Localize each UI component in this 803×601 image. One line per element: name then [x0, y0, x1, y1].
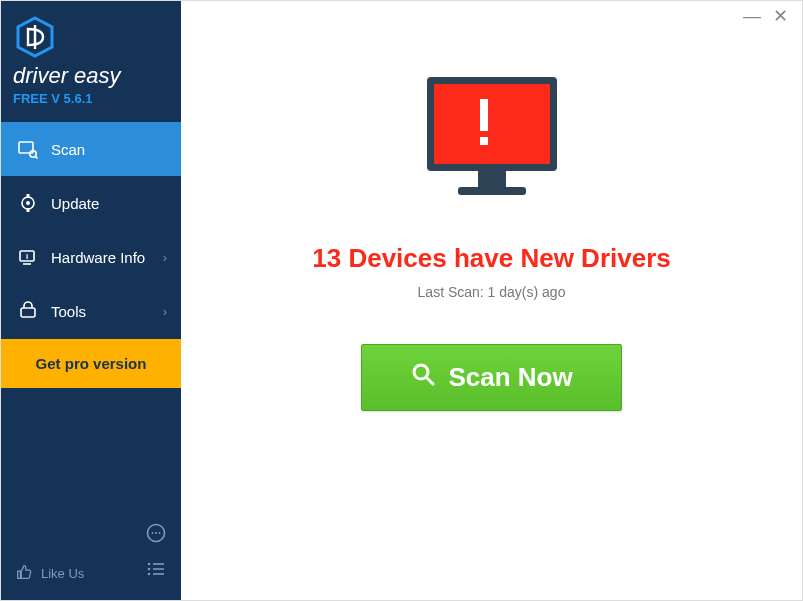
svg-point-21	[148, 573, 151, 576]
svg-line-4	[35, 156, 37, 158]
svg-rect-27	[478, 171, 506, 187]
nav-label: Tools	[51, 303, 86, 320]
sidebar-extra-icons	[145, 522, 167, 584]
nav-list: Scan Update i Hardware Info › Tools › Ge…	[1, 122, 181, 388]
update-icon	[17, 192, 39, 214]
chevron-right-icon: ›	[163, 304, 167, 319]
alert-monitor-icon	[412, 69, 572, 223]
svg-point-16	[159, 532, 161, 534]
nav-label: Hardware Info	[51, 249, 145, 266]
svg-point-19	[148, 568, 151, 571]
search-icon	[410, 361, 436, 394]
svg-rect-8	[27, 208, 30, 212]
last-scan-text: Last Scan: 1 day(s) ago	[181, 284, 802, 300]
main-panel: 13 Devices have New Drivers Last Scan: 1…	[181, 1, 802, 600]
feedback-icon[interactable]	[145, 522, 167, 548]
svg-point-6	[26, 201, 30, 205]
svg-point-17	[148, 563, 151, 566]
svg-text:i: i	[26, 252, 28, 261]
tools-icon	[17, 300, 39, 322]
svg-rect-25	[480, 99, 488, 131]
svg-line-30	[427, 378, 434, 385]
app-version: FREE V 5.6.1	[13, 91, 169, 106]
chevron-right-icon: ›	[163, 250, 167, 265]
logo-area: driver easy FREE V 5.6.1	[1, 1, 181, 116]
scan-result-headline: 13 Devices have New Drivers	[181, 243, 802, 274]
nav-label: Update	[51, 195, 99, 212]
scan-icon	[17, 138, 39, 160]
nav-label: Scan	[51, 141, 85, 158]
menu-list-icon[interactable]	[145, 558, 167, 584]
svg-point-14	[152, 532, 154, 534]
scan-now-label: Scan Now	[448, 362, 572, 393]
sidebar: driver easy FREE V 5.6.1 Scan Update i H…	[1, 1, 181, 600]
thumbs-up-icon	[15, 563, 33, 584]
brand-name: driver easy	[13, 63, 169, 89]
svg-rect-12	[21, 308, 35, 317]
hardware-info-icon: i	[17, 246, 39, 268]
svg-point-15	[155, 532, 157, 534]
svg-rect-24	[434, 84, 550, 164]
app-logo-icon	[13, 15, 57, 59]
nav-item-update[interactable]: Update	[1, 176, 181, 230]
nav-item-hardware-info[interactable]: i Hardware Info ›	[1, 230, 181, 284]
svg-rect-28	[458, 187, 526, 195]
svg-rect-26	[480, 137, 488, 145]
window-controls: — ✕	[729, 1, 802, 31]
like-us-label: Like Us	[41, 566, 84, 581]
nav-item-tools[interactable]: Tools ›	[1, 284, 181, 338]
sidebar-footer: Like Us	[1, 512, 181, 600]
minimize-button[interactable]: —	[743, 7, 761, 25]
nav-item-scan[interactable]: Scan	[1, 122, 181, 176]
close-button[interactable]: ✕	[773, 7, 788, 25]
get-pro-button[interactable]: Get pro version	[1, 338, 181, 388]
scan-now-button[interactable]: Scan Now	[361, 344, 621, 411]
svg-rect-7	[27, 194, 30, 198]
like-us-button[interactable]: Like Us	[15, 563, 84, 584]
